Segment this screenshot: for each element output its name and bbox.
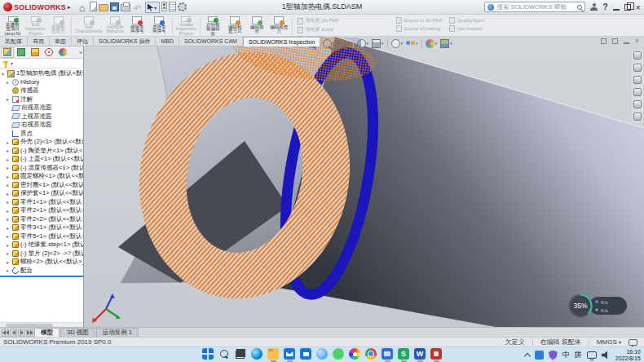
ribbon-tab-SOLIDWORKS 插件[interactable]: SOLIDWORKS 插件 <box>94 37 156 46</box>
expand-arrow-icon[interactable]: ▸ <box>7 216 12 222</box>
expand-arrow-icon[interactable]: ▸ <box>7 139 12 145</box>
undo-icon[interactable] <box>132 2 143 14</box>
export-menu-item[interactable]: Export eDrawing <box>396 25 443 32</box>
view-orientation-button[interactable]: ▾ <box>372 39 384 48</box>
doc-close-icon[interactable]: × <box>635 38 639 44</box>
update-inspection-project-button[interactable]: UpdateInspectionProject <box>174 15 198 36</box>
more-tabs-icon[interactable]: » <box>79 50 82 55</box>
export-menu-item[interactable]: Net-Inspect <box>449 25 484 32</box>
tree-item[interactable]: 传感器 <box>0 86 83 95</box>
ribbon-tab-SOLIDWORKS CAM[interactable]: SOLIDWORKS CAM <box>179 37 243 46</box>
taskbar-clock[interactable]: 16:10 2022/8/15 <box>615 349 641 362</box>
search-icon[interactable] <box>218 348 230 360</box>
menu-expand-icon[interactable]: ▸ <box>68 4 71 11</box>
units-selector[interactable]: MMGS ▾ <box>597 338 621 346</box>
expand-arrow-icon[interactable]: ▸ <box>7 174 12 179</box>
tree-item[interactable]: ▸(-) 陶瓷垫片<1> (默认<<默认>_显 <box>0 147 83 156</box>
minimize-button[interactable] <box>613 9 620 11</box>
color-wheel-app-icon[interactable] <box>349 348 360 360</box>
tree-item[interactable]: ▸注解 <box>0 95 83 104</box>
tree-item[interactable]: ▸(-) 上盖<1> (默认<<默认>_显示状 <box>0 155 83 164</box>
laptop-app-icon[interactable] <box>382 348 393 360</box>
tree-item[interactable]: ▸(-) 绝缘套.step<1> (默认<<默认> <box>0 241 83 249</box>
dropdown-caret-icon[interactable]: ▾ <box>333 41 335 46</box>
task-pane-tab[interactable] <box>633 76 642 84</box>
task-pane-tab[interactable] <box>633 51 642 60</box>
task-view-icon[interactable] <box>235 348 246 360</box>
print-icon[interactable] <box>121 4 130 11</box>
rollback-bar[interactable] <box>0 276 83 277</box>
ribbon-tab-评估[interactable]: 评估 <box>72 37 94 46</box>
dropdown-caret-icon[interactable]: ▾ <box>382 41 384 46</box>
net-speed-widget[interactable]: 35% K/s K/s <box>567 291 633 320</box>
view-settings-button[interactable]: ▾ <box>440 39 452 48</box>
doc-window-icon[interactable] <box>612 38 618 44</box>
dimxpertmanager-tab[interactable] <box>42 47 55 58</box>
featuremanager-tab[interactable] <box>1 47 14 58</box>
tree-item[interactable]: ▸固定螺栓<1> (默认<<默认>_显示 <box>0 172 83 181</box>
dropdown-caret-icon[interactable]: ▾ <box>401 41 404 46</box>
expand-arrow-icon[interactable]: ▸ <box>7 233 12 239</box>
new-inspection-project-button[interactable]: 新建检查项目(amp;N) <box>2 15 24 36</box>
tree-item[interactable]: ▸外壳 (2)<1> (默认<<默认>_显示状 <box>0 138 83 147</box>
filter-caret-icon[interactable]: ▾ <box>11 60 13 66</box>
cast-icon[interactable] <box>587 351 597 359</box>
edit-operations-button[interactable]: 编辑操作 <box>246 15 268 36</box>
expand-arrow-icon[interactable]: ▸ <box>7 208 12 214</box>
tree-item[interactable]: ▸零件1<1> (默认<<默认>_显示状态 <box>0 198 83 207</box>
zoom-to-area-button[interactable]: ▾ <box>323 39 335 48</box>
open-document-icon[interactable] <box>99 4 108 11</box>
doc-tab-3D 视图[interactable]: 3D 视图 <box>60 328 95 337</box>
ime-mode-indicator[interactable]: 拼 <box>575 350 582 360</box>
display-style-button[interactable]: ▾ <box>391 39 404 48</box>
dropdown-caret-icon[interactable]: ▾ <box>450 41 452 46</box>
hidden-icons-chevron[interactable] <box>524 352 531 359</box>
ribbon-tab-草图[interactable]: 草图 <box>50 37 72 46</box>
tray-app-icon[interactable] <box>535 351 544 360</box>
launch-template-editor-button[interactable]: 启动模板编辑器 <box>202 15 224 36</box>
expand-arrow-icon[interactable]: ▾ <box>2 71 7 77</box>
add-edit-balloons-button[interactable]: Add/EditBalloons <box>104 15 126 36</box>
close-button[interactable]: × <box>636 3 641 11</box>
start-icon[interactable] <box>202 348 214 360</box>
hide-show-items-button[interactable]: ▾ <box>406 39 418 48</box>
ribbon-tab-MBD[interactable]: MBD <box>156 37 179 46</box>
doc-minimize-icon[interactable] <box>624 42 629 44</box>
word-app-icon[interactable]: W <box>414 348 426 360</box>
tree-item[interactable]: ▸零件2<1> (默认<<默认>_显示状 <box>0 206 83 215</box>
export-menu-item[interactable]: 导出至 Excel <box>298 26 390 33</box>
expand-arrow-icon[interactable]: ▸ <box>7 79 12 85</box>
expand-arrow-icon[interactable]: ▸ <box>7 182 12 188</box>
comments-icon[interactable] <box>629 339 637 346</box>
tree-item[interactable]: ▸History <box>0 78 83 87</box>
displaymanager-tab[interactable] <box>56 47 69 58</box>
tree-item[interactable]: ▸密封圈<1> (默认<<默认>_显示状 <box>0 181 83 190</box>
tree-item[interactable]: 右视基准面 <box>0 121 83 130</box>
tree-item[interactable]: ▸配合 <box>0 267 83 276</box>
tab-nav-arrow[interactable] <box>10 329 17 337</box>
ribbon-tab-布局[interactable]: 布局 <box>28 37 50 46</box>
ribbon-tab-装配体[interactable]: 装配体 <box>0 37 28 46</box>
edit-inspection-methods-button[interactable]: 编辑检查方式 <box>224 15 246 36</box>
green-app-icon[interactable] <box>333 348 344 360</box>
edit-inspection-project-button[interactable]: EditInspectionProject <box>24 15 47 36</box>
tab-nav-arrow[interactable] <box>2 329 9 337</box>
edit-appearance-button[interactable]: ▾ <box>426 39 438 48</box>
section-view-button[interactable]: ▾ <box>357 39 369 48</box>
chrome-icon[interactable] <box>365 348 377 360</box>
edit-characteristics-button[interactable]: 编辑检查方 <box>268 15 290 36</box>
tab-nav-arrow[interactable] <box>18 329 25 337</box>
search-icon[interactable] <box>577 5 582 10</box>
tree-item[interactable]: 原点 <box>0 130 83 139</box>
onedrive-icon[interactable] <box>316 348 328 360</box>
select-balloons-button[interactable]: 选择零件序号 <box>148 15 170 36</box>
dropdown-caret-icon[interactable]: ▾ <box>347 41 350 46</box>
expand-arrow-icon[interactable]: ▸ <box>7 225 12 231</box>
restore-button[interactable] <box>624 4 631 11</box>
export-menu-item[interactable]: Export to 3D PDF <box>396 17 443 24</box>
add-characteristic-button[interactable]: AddCharacteristic <box>73 15 104 36</box>
expand-arrow-icon[interactable]: ▸ <box>7 191 12 196</box>
tree-item[interactable]: ▸保护套<1> (默认<<默认>_显示状 <box>0 189 83 198</box>
home-icon[interactable] <box>77 2 88 14</box>
tree-item[interactable]: ▸螺栓<2> (默认<<默认>_显示状态 <box>0 258 83 267</box>
